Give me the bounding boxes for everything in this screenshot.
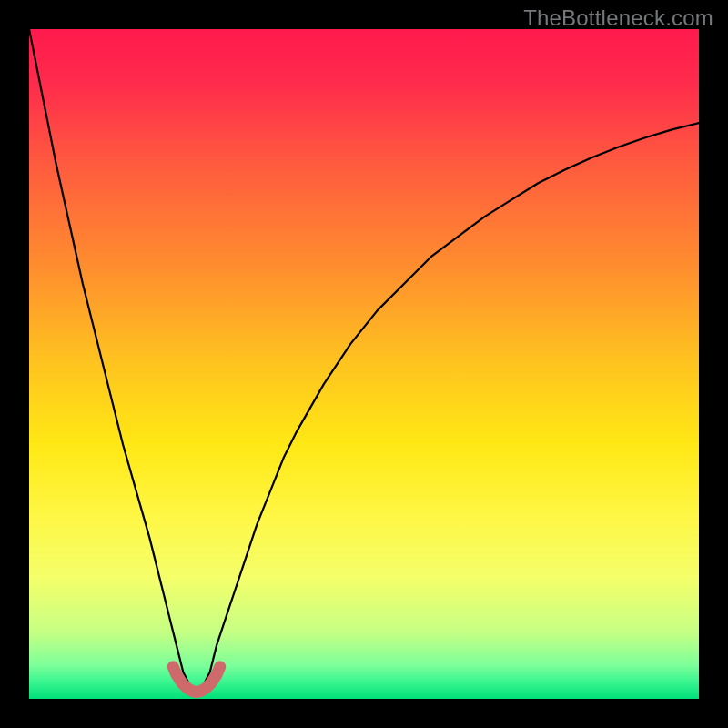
chart-frame: TheBottleneck.com (0, 0, 728, 728)
gradient-background (29, 29, 699, 699)
plot-area (29, 29, 699, 699)
watermark-label: TheBottleneck.com (523, 5, 713, 31)
chart-svg (29, 29, 699, 699)
